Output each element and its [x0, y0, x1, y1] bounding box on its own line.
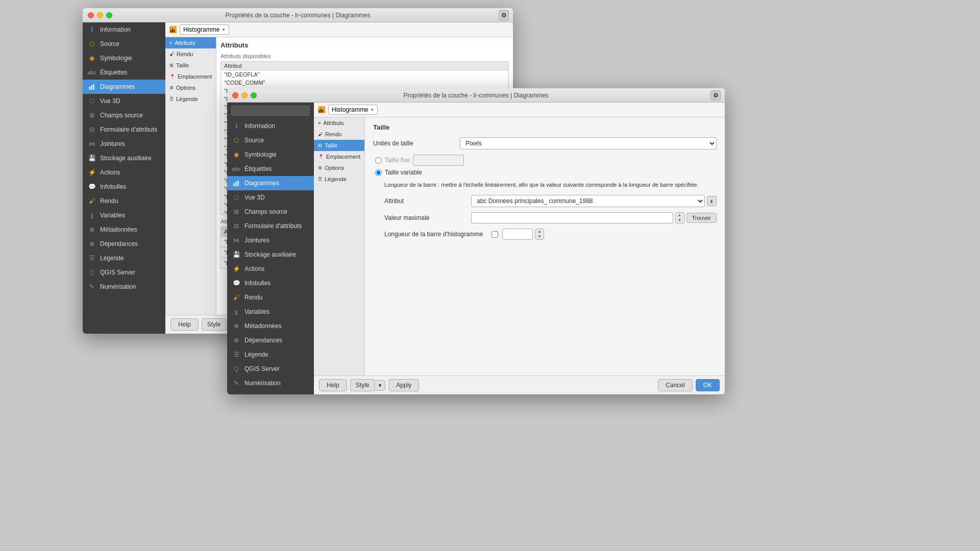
sidebar-item-actions-fg[interactable]: ⚡ Actions	[227, 262, 314, 276]
sidebar-item-rendu-fg[interactable]: 🖌 Rendu	[227, 290, 314, 305]
longueur-checkbox-fg[interactable]	[492, 231, 498, 238]
valeur-max-down-fg[interactable]: ▼	[676, 218, 684, 223]
sidebar-item-formulaire-bg[interactable]: ⊟ Formulaire d'attributs	[83, 122, 165, 137]
help-button-fg[interactable]: Help	[319, 379, 347, 391]
maximize-button-bg[interactable]	[106, 12, 112, 18]
formulaire-icon: ⊟	[88, 126, 96, 134]
trouver-button-fg[interactable]: Trouver	[687, 213, 717, 223]
attr-sidebar-taille-fg[interactable]: ⊞ Taille	[314, 140, 364, 151]
sidebar-item-numerisation-bg[interactable]: ✎ Numérisation	[83, 280, 165, 294]
sidebar-item-dependances-fg[interactable]: ⊗ Dépendances	[227, 333, 314, 347]
sidebar-item-infobulles-fg[interactable]: 💬 Infobulles	[227, 276, 314, 290]
close-button-bg[interactable]	[88, 12, 94, 18]
style-arrow-fg[interactable]: ▼	[374, 380, 385, 391]
infobulles-icon2: 💬	[232, 279, 240, 287]
sidebar-item-rendu-bg[interactable]: 🖌 Rendu	[83, 194, 165, 208]
attr-sidebar-attributs-bg[interactable]: ≡ Attributs	[165, 37, 216, 48]
sidebar-item-symbologie-fg[interactable]: ◉ Symbologie	[227, 147, 314, 162]
attr-sidebar-emplacement-fg[interactable]: 📍 Emplacement	[314, 151, 364, 162]
traffic-lights-fg[interactable]	[232, 92, 257, 98]
attribut-expr-button-fg[interactable]: ε	[707, 196, 717, 206]
fixed-size-radio-fg[interactable]: Taille fixe 15,00000	[375, 155, 717, 166]
fixed-size-input-fg[interactable]	[375, 157, 382, 164]
longueur-label-fg: Longueur de la barre d'histogramme	[384, 231, 486, 238]
help-button-bg[interactable]: Help	[170, 318, 199, 331]
style-button-fg[interactable]: Style ▼	[350, 379, 386, 391]
sidebar-item-stockage-fg[interactable]: 💾 Stockage auxiliaire	[227, 247, 314, 262]
apply-button-fg[interactable]: Apply	[388, 379, 419, 391]
list-item[interactable]: "CODE_COMM"	[221, 79, 508, 87]
sidebar-item-actions-bg[interactable]: ⚡ Actions	[83, 165, 165, 180]
sidebar-item-legende-fg[interactable]: ☰ Légende	[227, 347, 314, 362]
attr-sidebar-emplacement-bg[interactable]: 📍 Emplacement	[165, 71, 216, 82]
gear-button-bg[interactable]: ⚙	[499, 10, 509, 20]
sidebar-item-vue3d-bg[interactable]: ⬡ Vue 3D	[83, 94, 165, 108]
longueur-up-fg[interactable]: ▲	[535, 229, 544, 234]
stockage-icon: 💾	[88, 154, 96, 162]
svg-rect-2	[93, 84, 94, 90]
attr-sidebar-legende-bg[interactable]: ☰ Légende	[165, 93, 216, 105]
sidebar-item-qgis-bg[interactable]: Q QGIS Server	[83, 265, 165, 280]
sidebar-item-metadonnees-bg[interactable]: ⊕ Métadonnées	[83, 222, 165, 237]
sidebar-item-information-fg[interactable]: ℹ Information	[227, 119, 314, 133]
attr-sidebar-legende-fg[interactable]: ☰ Légende	[314, 173, 364, 185]
attr-sidebar-options-fg[interactable]: ⚙ Options	[314, 162, 364, 173]
sidebar-item-metadonnees-fg[interactable]: ⊕ Métadonnées	[227, 319, 314, 333]
sidebar-item-symbologie-bg[interactable]: ◉ Symbologie	[83, 51, 165, 65]
ok-button-fg[interactable]: OK	[696, 379, 720, 391]
sidebar-item-qgis-fg[interactable]: Q QGIS Server	[227, 362, 314, 376]
valeur-max-spinners-fg: ▲ ▼	[675, 212, 684, 223]
traffic-lights-bg[interactable]	[88, 12, 112, 18]
maximize-button-fg[interactable]	[251, 92, 257, 98]
attribut-select-fg[interactable]: abc Donnees principales_ commune_1988	[471, 195, 705, 207]
sidebar-item-vue3d-fg[interactable]: ⬡ Vue 3D	[227, 190, 314, 205]
sidebar-item-infobulles-bg[interactable]: 💬 Infobulles	[83, 180, 165, 194]
titlebar-title-fg: Propriétés de la couche - lr-communes | …	[404, 92, 549, 99]
sidebar-item-etiquettes-bg[interactable]: abc Étiquettes	[83, 65, 165, 80]
units-select-fg[interactable]: Pixels	[460, 137, 717, 149]
longueur-input-fg[interactable]: 100	[502, 229, 533, 240]
valeur-max-up-fg[interactable]: ▲	[676, 213, 684, 218]
titlebar-title-bg: Propriétés de la couche - lr-communes | …	[226, 12, 371, 19]
variable-size-radio-fg[interactable]: Taille variable	[375, 169, 717, 176]
style-main-bg[interactable]: Style	[202, 318, 226, 331]
attr-sidebar-rendu-fg[interactable]: 🖌 Rendu	[314, 129, 364, 140]
sidebar-item-legende-bg[interactable]: ☰ Légende	[83, 251, 165, 265]
gear-button-fg[interactable]: ⚙	[710, 90, 721, 101]
valeur-max-row-fg: Valeur maximale 444,000000 ▲ ▼ Trouver	[373, 212, 717, 223]
sidebar-item-jointures-fg[interactable]: ⋈ Jointures	[227, 233, 314, 247]
attr-sidebar-options-bg[interactable]: ⚙ Options	[165, 82, 216, 93]
sidebar-item-information-bg[interactable]: ℹ Information	[83, 22, 165, 37]
histogram-select-fg[interactable]: Histogramme ▼	[328, 105, 378, 115]
sidebar-item-formulaire-fg[interactable]: ⊟ Formulaire d'attributs	[227, 219, 314, 233]
longueur-down-fg[interactable]: ▼	[535, 234, 544, 239]
attr-sidebar-attributs-fg[interactable]: ≡ Attributs	[314, 117, 364, 129]
sidebar-item-variables-bg[interactable]: χ Variables	[83, 208, 165, 222]
minimize-button-bg[interactable]	[97, 12, 103, 18]
search-input-fg[interactable]	[231, 106, 310, 116]
sidebar-item-variables-fg[interactable]: χ Variables	[227, 305, 314, 319]
list-item[interactable]: "ID_GEOFLA"	[221, 70, 508, 79]
sidebar-item-stockage-bg[interactable]: 💾 Stockage auxiliaire	[83, 151, 165, 165]
attr-sidebar-rendu-bg[interactable]: 🖌 Rendu	[165, 48, 216, 60]
svg-rect-0	[89, 87, 90, 90]
sidebar-item-jointures-bg[interactable]: ⋈ Jointures	[83, 137, 165, 151]
histogram-select-bg[interactable]: Histogramme ▼	[180, 24, 229, 35]
fixed-size-value-fg[interactable]: 15,00000	[413, 155, 464, 166]
sidebar-item-numerisation-fg[interactable]: ✎ Numérisation	[227, 376, 314, 390]
sidebar-item-diagrammes-fg[interactable]: Diagrammes	[227, 176, 314, 190]
valeur-max-input-fg[interactable]: 444,000000	[471, 212, 673, 223]
sidebar-item-source-bg[interactable]: ⬡ Source	[83, 37, 165, 51]
variable-size-input-fg[interactable]	[375, 169, 382, 176]
sidebar-item-dependances-bg[interactable]: ⊗ Dépendances	[83, 237, 165, 251]
sidebar-item-etiquettes-fg[interactable]: abc Étiquettes	[227, 162, 314, 176]
sidebar-item-source-fg[interactable]: ⬡ Source	[227, 133, 314, 147]
sidebar-item-champs-fg[interactable]: ⊞ Champs source	[227, 205, 314, 219]
attr-sidebar-taille-bg[interactable]: ⊞ Taille	[165, 60, 216, 71]
cancel-button-fg[interactable]: Cancel	[658, 379, 692, 391]
style-main-fg[interactable]: Style	[350, 379, 375, 391]
sidebar-item-diagrammes-bg[interactable]: Diagrammes	[83, 80, 165, 94]
close-button-fg[interactable]	[232, 92, 238, 98]
sidebar-item-champs-bg[interactable]: ⊞ Champs source	[83, 108, 165, 122]
minimize-button-fg[interactable]	[241, 92, 248, 98]
